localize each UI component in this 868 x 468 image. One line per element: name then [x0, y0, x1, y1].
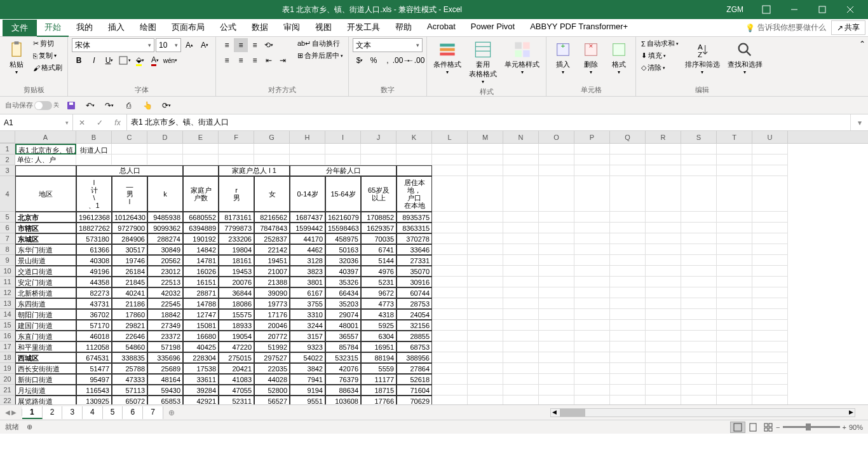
cell[interactable]: 20046 [254, 320, 290, 331]
cell[interactable] [610, 144, 646, 155]
format-painter-button[interactable]: 🖌格式刷 [32, 62, 64, 73]
cell[interactable] [610, 155, 646, 165]
cell[interactable]: 0-14岁 [290, 176, 325, 212]
cell[interactable]: 22142 [254, 244, 290, 255]
cell[interactable]: 24054 [397, 309, 432, 320]
cell[interactable] [610, 255, 646, 266]
cell[interactable] [468, 165, 503, 176]
row-header-21[interactable]: 21 [0, 385, 15, 396]
cell[interactable]: 46018 [76, 331, 112, 341]
cell[interactable]: 275015 [219, 352, 254, 363]
row-header-10[interactable]: 10 [0, 266, 15, 277]
cell[interactable]: 3310 [290, 309, 325, 320]
border-button[interactable]: ▾ [118, 53, 132, 67]
cell[interactable] [468, 223, 503, 233]
cell[interactable] [503, 309, 539, 320]
cell[interactable] [646, 223, 681, 233]
cell[interactable]: 42921 [183, 396, 219, 404]
cell[interactable] [681, 385, 717, 396]
row-header-7[interactable]: 7 [0, 233, 15, 244]
ribbon-tab-9[interactable]: 开发工具 [339, 19, 388, 37]
cell[interactable] [468, 385, 503, 396]
cell[interactable]: 5925 [361, 320, 397, 331]
percent-button[interactable]: % [367, 53, 381, 67]
cell[interactable] [574, 396, 610, 404]
cell[interactable] [610, 176, 646, 212]
cell[interactable]: 1708852 [361, 212, 397, 223]
row-header-9[interactable]: 9 [0, 255, 15, 266]
cell[interactable] [752, 331, 788, 341]
cell[interactable] [574, 165, 610, 176]
cell[interactable] [717, 212, 752, 223]
cell[interactable]: 47333 [112, 374, 147, 385]
cell[interactable] [539, 331, 574, 341]
cell[interactable] [717, 331, 752, 341]
cell[interactable] [432, 144, 468, 155]
cell[interactable] [76, 155, 112, 165]
ribbon-tab-3[interactable]: 绘图 [132, 19, 164, 37]
cell[interactable] [290, 144, 325, 155]
cancel-formula-button[interactable]: ✕ [73, 114, 91, 130]
cell[interactable] [717, 266, 752, 277]
fill-button[interactable]: ⬇填充▾ [640, 50, 680, 61]
cell[interactable]: 9485938 [147, 212, 183, 223]
cell[interactable] [574, 352, 610, 363]
row-header-16[interactable]: 16 [0, 331, 15, 341]
increase-indent-button[interactable]: ⇥ [276, 53, 290, 67]
cell[interactable]: 228304 [183, 352, 219, 363]
cell[interactable] [432, 341, 468, 352]
file-tab[interactable]: 文件 [3, 20, 37, 36]
cell[interactable] [539, 396, 574, 404]
cell[interactable]: 388956 [397, 352, 432, 363]
cell[interactable]: 11177 [361, 374, 397, 385]
cell[interactable]: 19453 [219, 266, 254, 277]
cell[interactable]: 52800 [254, 385, 290, 396]
row-header-12[interactable]: 12 [0, 287, 15, 298]
paste-button[interactable]: 粘贴▾ [4, 38, 29, 76]
cell[interactable] [325, 155, 361, 165]
cell[interactable]: 朝阳门街道 [15, 309, 76, 320]
cell[interactable]: 3801 [290, 277, 325, 287]
cell[interactable] [539, 255, 574, 266]
cell[interactable] [752, 309, 788, 320]
col-header-E[interactable]: E [183, 131, 219, 143]
expand-formula-button[interactable]: ▾ [850, 114, 868, 130]
cell[interactable]: 17766 [361, 396, 397, 404]
cell[interactable]: 14788 [183, 298, 219, 309]
cell[interactable] [574, 155, 610, 165]
cell[interactable]: 西长安街街道 [15, 363, 76, 374]
save-button[interactable] [64, 99, 78, 113]
enter-formula-button[interactable]: ✓ [91, 114, 109, 130]
qat-refresh-icon[interactable]: ⟳▾ [159, 99, 173, 113]
collapse-ribbon-button[interactable]: ⌃ [857, 37, 868, 96]
cell[interactable] [681, 363, 717, 374]
cell[interactable]: 17538 [183, 363, 219, 374]
col-header-T[interactable]: T [717, 131, 752, 143]
row-header-15[interactable]: 15 [0, 320, 15, 331]
ribbon-tab-2[interactable]: 插入 [100, 19, 132, 37]
cell[interactable]: 57113 [112, 385, 147, 396]
cell[interactable]: 19054 [219, 331, 254, 341]
cell[interactable] [681, 298, 717, 309]
cell[interactable] [646, 298, 681, 309]
horizontal-scrollbar[interactable]: ◀▶ [550, 408, 855, 417]
cell[interactable] [752, 266, 788, 277]
cell[interactable] [432, 266, 468, 277]
cell[interactable] [432, 374, 468, 385]
cell[interactable] [610, 277, 646, 287]
cell[interactable] [432, 309, 468, 320]
cell[interactable] [503, 341, 539, 352]
cell[interactable] [432, 277, 468, 287]
cell[interactable] [503, 176, 539, 212]
cell[interactable] [503, 277, 539, 287]
cell[interactable] [717, 320, 752, 331]
cell[interactable] [290, 155, 325, 165]
cell[interactable] [610, 212, 646, 223]
cell[interactable] [717, 309, 752, 320]
cell[interactable] [468, 287, 503, 298]
cell[interactable] [752, 255, 788, 266]
cell[interactable] [717, 244, 752, 255]
cell[interactable]: 65岁及 以上 [361, 176, 397, 212]
cell[interactable] [432, 331, 468, 341]
cell[interactable]: 23372 [147, 331, 183, 341]
